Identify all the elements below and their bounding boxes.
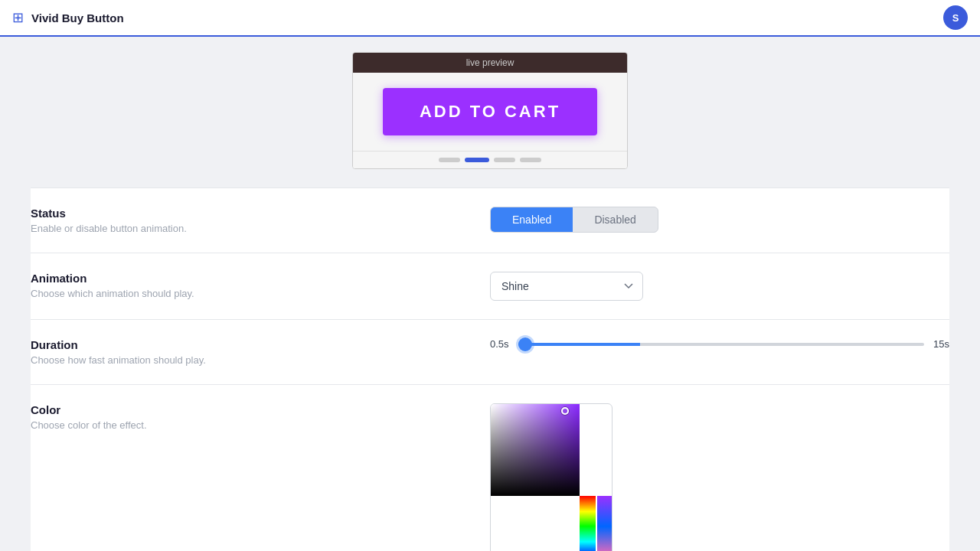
color-cursor[interactable] <box>561 407 569 415</box>
animation-dropdown[interactable]: Shine Pulse Bounce Glow None <box>490 272 643 301</box>
main-content: live preview ADD TO CART Status Enable o… <box>0 37 980 551</box>
header-left: ⊞ Vivid Buy Button <box>12 9 124 26</box>
dot-3[interactable] <box>494 158 515 162</box>
animation-section: Animation Choose which animation should … <box>31 253 949 320</box>
animation-title: Animation <box>31 272 459 285</box>
add-to-cart-button[interactable]: ADD TO CART <box>383 88 597 135</box>
opacity-column <box>597 496 612 551</box>
status-title: Status <box>31 207 459 220</box>
slider-max-label: 15s <box>933 338 949 350</box>
dot-4[interactable] <box>520 158 541 162</box>
color-title: Color <box>31 403 459 416</box>
app-icon: ⊞ <box>12 9 24 26</box>
color-gradient-area[interactable] <box>491 404 612 496</box>
color-label: Color Choose color of the effect. <box>31 403 490 431</box>
color-section: Color Choose color of the effect. <box>31 385 949 551</box>
animation-label: Animation Choose which animation should … <box>31 272 490 299</box>
opacity-bar[interactable] <box>597 496 612 551</box>
settings-panel: Status Enable or disable button animatio… <box>31 187 949 551</box>
duration-section: Duration Choose how fast animation shoul… <box>31 320 949 385</box>
avatar[interactable]: S <box>943 5 968 30</box>
preview-container: live preview ADD TO CART <box>352 52 628 169</box>
slider-wrapper: 0.5s 15s <box>490 338 949 350</box>
duration-desc: Choose how fast animation should play. <box>31 354 459 366</box>
status-label: Status Enable or disable button animatio… <box>31 207 490 234</box>
hue-bar[interactable] <box>580 496 596 551</box>
duration-label: Duration Choose how fast animation shoul… <box>31 338 490 366</box>
status-desc: Enable or disable button animation. <box>31 223 459 234</box>
dot-1 <box>439 158 460 162</box>
color-desc: Choose color of the effect. <box>31 419 459 431</box>
duration-slider[interactable] <box>518 343 924 346</box>
color-picker[interactable] <box>490 403 612 551</box>
animation-desc: Choose which animation should play. <box>31 288 459 299</box>
toggle-enabled-button[interactable]: Enabled <box>491 207 573 232</box>
color-saturation-area[interactable] <box>491 404 580 496</box>
color-control <box>490 403 949 551</box>
slider-min-label: 0.5s <box>490 338 509 350</box>
duration-title: Duration <box>31 338 459 351</box>
status-section: Status Enable or disable button animatio… <box>31 187 949 253</box>
color-spectrum-bars <box>578 496 612 551</box>
toggle-disabled-button[interactable]: Disabled <box>573 207 657 232</box>
toggle-group: Enabled Disabled <box>490 207 658 233</box>
dot-2[interactable] <box>465 158 489 162</box>
duration-control: 0.5s 15s <box>490 338 949 350</box>
preview-header: live preview <box>353 53 627 73</box>
preview-dots <box>353 151 627 168</box>
preview-body: ADD TO CART <box>353 73 627 151</box>
animation-control: Shine Pulse Bounce Glow None <box>490 272 949 301</box>
header: ⊞ Vivid Buy Button S <box>0 0 980 37</box>
status-control: Enabled Disabled <box>490 207 949 233</box>
app-title: Vivid Buy Button <box>31 11 124 24</box>
